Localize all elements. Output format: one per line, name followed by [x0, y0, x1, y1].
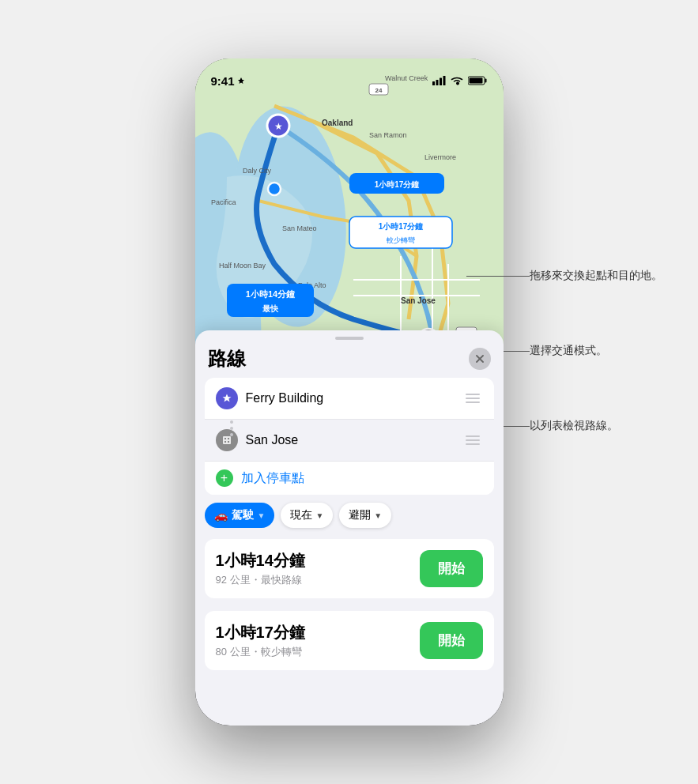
avoid-mode-button[interactable]: 避開 ▼	[339, 503, 391, 528]
svg-rect-48	[224, 438, 226, 439]
svg-rect-47	[223, 436, 231, 444]
drive-icon: 🚗	[214, 509, 228, 522]
drag-line-3	[466, 401, 480, 403]
annotation-text-1: 拖移來交換起點和目的地。	[530, 269, 662, 283]
time-label: 現在	[290, 508, 312, 522]
drive-mode-button[interactable]: 🚗 駕駛 ▼	[205, 503, 275, 528]
panel-title: 路線	[208, 346, 246, 371]
start-button-2[interactable]: 開始	[420, 622, 483, 659]
start-button-1[interactable]: 開始	[420, 550, 483, 587]
svg-text:San Jose: San Jose	[401, 296, 436, 305]
building-icon	[221, 435, 232, 446]
transport-row: 🚗 駕駛 ▼ 現在 ▼ 避開 ▼	[195, 495, 504, 533]
svg-text:Daly City: Daly City	[243, 167, 272, 175]
origin-label: Ferry Building	[246, 391, 462, 405]
route-desc-1: 92 公里・最快路線	[216, 573, 305, 587]
dest-label: San Jose	[246, 433, 462, 447]
svg-rect-49	[228, 438, 229, 439]
origin-icon	[216, 387, 238, 409]
annotation-text-2: 選擇交通模式。	[530, 344, 607, 358]
status-time: 9:41	[211, 74, 245, 88]
annotation-text-3: 以列表檢視路線。	[530, 419, 618, 433]
svg-rect-0	[432, 81, 435, 85]
route-info-2: 1小時17分鐘 80 公里・較少轉彎	[216, 622, 305, 659]
dot-connector	[230, 420, 233, 436]
route-time-1: 1小時14分鐘	[216, 550, 305, 571]
phone-frame: 9:41	[195, 58, 504, 726]
drag-line-3	[466, 443, 480, 445]
dot	[230, 427, 233, 430]
origin-drag-handle[interactable]	[462, 390, 483, 406]
svg-rect-50	[224, 441, 226, 443]
close-button[interactable]	[469, 348, 491, 370]
svg-rect-1	[436, 80, 438, 85]
avoid-label: 避開	[349, 508, 371, 522]
route-desc-2: 80 公里・較少轉彎	[216, 645, 305, 659]
add-stop-row[interactable]: + 加入停車點	[205, 462, 494, 495]
waypoint-row-origin[interactable]: Ferry Building	[205, 378, 494, 420]
signal-icon	[432, 76, 446, 85]
dest-drag-handle[interactable]	[462, 432, 483, 448]
panel-header: 路線	[195, 340, 504, 378]
svg-rect-51	[228, 441, 229, 443]
dot	[230, 420, 233, 424]
route-time-2: 1小時17分鐘	[216, 622, 305, 643]
route-option-1[interactable]: 1小時14分鐘 92 公里・最快路線 開始	[205, 539, 494, 598]
location-icon	[237, 77, 245, 85]
svg-text:Livermore: Livermore	[424, 153, 456, 161]
add-stop-icon: +	[216, 469, 233, 487]
route-divider	[195, 598, 504, 605]
svg-text:最快: 最快	[262, 304, 279, 313]
svg-text:Half Moon Bay: Half Moon Bay	[219, 262, 266, 270]
svg-text:1小時17分鐘: 1小時17分鐘	[374, 180, 420, 189]
svg-text:Pacifica: Pacifica	[211, 198, 236, 206]
drag-line-1	[466, 435, 480, 437]
waypoint-row-dest[interactable]: San Jose	[205, 420, 494, 462]
status-bar: 9:41	[195, 58, 504, 93]
drag-line-2	[466, 398, 480, 399]
time-chevron-icon: ▼	[315, 511, 323, 520]
avoid-chevron-icon: ▼	[374, 511, 382, 520]
bottom-panel: 路線 Ferry Building	[195, 330, 504, 726]
svg-rect-6	[469, 78, 482, 84]
svg-text:較少轉彎: 較少轉彎	[387, 236, 415, 244]
route-option-2[interactable]: 1小時17分鐘 80 公里・較少轉彎 開始	[205, 611, 494, 670]
dest-icon	[216, 429, 238, 451]
waypoints-container: Ferry Building	[205, 378, 494, 495]
add-stop-label: 加入停車點	[241, 470, 304, 487]
annotation-line-1	[466, 276, 530, 277]
svg-text:San Ramon: San Ramon	[369, 131, 407, 139]
dot	[230, 433, 233, 436]
svg-text:San Mateo: San Mateo	[282, 224, 317, 232]
close-icon	[476, 355, 484, 363]
svg-rect-5	[485, 79, 486, 83]
svg-text:Oakland: Oakland	[322, 119, 353, 127]
star-icon	[221, 393, 232, 404]
annotation-swap: 拖移來交換起點和目的地。	[466, 269, 662, 283]
status-icons	[432, 76, 488, 85]
svg-text:1小時14分鐘: 1小時14分鐘	[245, 289, 295, 299]
time-display: 9:41	[211, 74, 235, 88]
drag-line-2	[466, 439, 480, 441]
svg-rect-2	[440, 78, 442, 86]
drive-label: 駕駛	[232, 508, 254, 522]
svg-rect-3	[443, 76, 445, 85]
drive-chevron-icon: ▼	[258, 511, 266, 520]
drag-line-1	[466, 394, 480, 395]
svg-text:★: ★	[274, 121, 282, 132]
route-info-1: 1小時14分鐘 92 公里・最快路線	[216, 550, 305, 587]
wifi-icon	[451, 76, 463, 85]
svg-point-36	[268, 183, 281, 195]
time-mode-button[interactable]: 現在 ▼	[281, 503, 333, 528]
battery-icon	[468, 76, 488, 85]
svg-text:1小時17分鐘: 1小時17分鐘	[378, 222, 424, 231]
